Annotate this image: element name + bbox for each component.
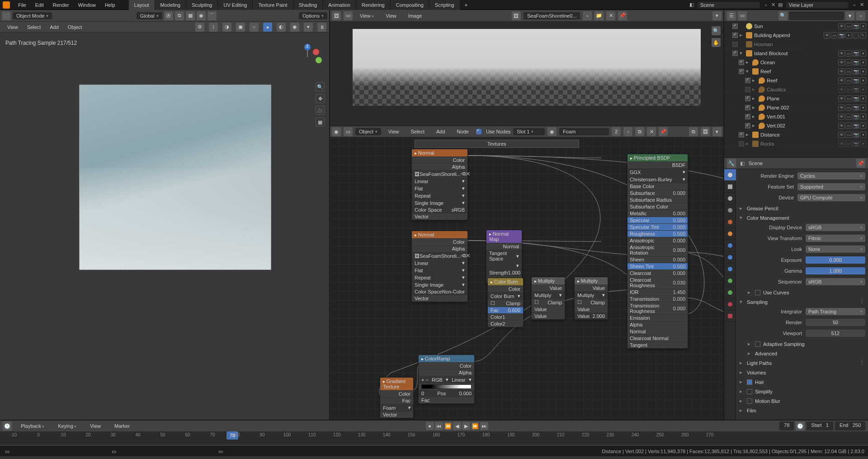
outliner-restrict-icon[interactable]: ▾ <box>860 68 866 75</box>
outliner-row-vert-001[interactable]: ▸Vert.001👁▭📷▾ <box>724 112 868 121</box>
move-view-icon[interactable]: ✥ <box>316 94 325 103</box>
outliner-restrict-icon[interactable]: ✎ <box>860 32 866 38</box>
snap-dropdown[interactable]: ▦ <box>186 11 195 20</box>
image-image-menu[interactable]: Image <box>404 13 427 19</box>
viewlayer-tab[interactable] <box>724 193 736 204</box>
data-tab[interactable] <box>724 287 736 298</box>
motion-blur-section[interactable]: ▸Motion Blur <box>739 396 865 406</box>
outliner-restrict-icon[interactable]: 👁 <box>838 104 844 111</box>
sampling-section[interactable]: ▾Sampling⋮ <box>739 297 865 307</box>
outliner-restrict-icon[interactable]: ▾ <box>860 59 866 66</box>
gamma-field[interactable]: 1.000 <box>806 267 865 274</box>
workspace-tab-rendering[interactable]: Rendering <box>356 0 391 10</box>
outliner-restrict-icon[interactable]: 👁 <box>838 68 844 75</box>
particle-tab[interactable] <box>724 251 736 263</box>
image-unlink-icon[interactable]: ✕ <box>606 11 615 20</box>
outliner-restrict-icon[interactable]: 📷 <box>853 123 859 129</box>
node-normal-map[interactable]: ▸ Normal Map Normal Tangent Space▾ ▾ Str… <box>486 230 522 283</box>
outliner-restrict-icon[interactable]: 👁 <box>838 132 844 138</box>
outliner-restrict-icon[interactable]: ▾ <box>860 50 866 57</box>
play-button[interactable]: ▶ <box>462 422 470 430</box>
display-device-select[interactable]: sRGB <box>806 224 865 231</box>
image-editor-type-dropdown[interactable]: 🖼 <box>332 11 341 20</box>
use-nodes-checkbox[interactable] <box>476 129 481 134</box>
material-users[interactable]: 2 <box>612 127 621 136</box>
mode-select[interactable]: Object Mode <box>13 12 52 19</box>
pause-render-icon[interactable]: ⏸ <box>317 23 326 32</box>
workspace-tab-shading[interactable]: Shading <box>293 0 323 10</box>
shading-wire[interactable]: ○ <box>250 23 259 32</box>
outliner-expand-icon[interactable]: ▸ <box>746 141 750 147</box>
object-tab[interactable] <box>724 228 736 240</box>
uv-pan-icon[interactable]: ✋ <box>712 38 721 47</box>
outliner-checkbox[interactable] <box>745 87 750 92</box>
viewport-menu-object[interactable]: Object <box>63 24 87 30</box>
light-paths-section[interactable]: ▸Light Paths⋮ <box>739 358 865 368</box>
device-select[interactable]: GPU Compute <box>797 194 865 201</box>
color-management-section[interactable]: ▾Color Management <box>739 213 865 222</box>
preview-range-toggle[interactable]: 🕐 <box>796 421 805 431</box>
outliner-expand-icon[interactable]: ▾ <box>740 50 744 56</box>
outliner-expand-icon[interactable]: ▸ <box>752 86 757 92</box>
outliner-restrict-icon[interactable]: 👁 <box>838 95 844 102</box>
outliner-checkbox[interactable] <box>739 69 744 74</box>
outliner-restrict-icon[interactable]: 👁 <box>838 141 844 147</box>
image-pin-icon[interactable]: 📌 <box>618 11 627 20</box>
viewport-menu-add[interactable]: Add <box>45 24 63 30</box>
outliner-expand-icon[interactable]: ▸ <box>752 95 757 101</box>
outliner-restrict-icon[interactable]: ▾ <box>860 104 866 111</box>
node-view-menu[interactable]: View <box>384 129 404 134</box>
outliner-expand-icon[interactable]: ▸ <box>740 32 744 38</box>
feature-set-select[interactable]: Supported <box>797 183 865 190</box>
node-image-texture-2[interactable]: ▸ Normal Color Alpha 🖼SeaFoamShoreli...▫… <box>411 231 468 302</box>
outliner-row-sun[interactable]: Sun👁▭📷▾ <box>724 22 868 31</box>
outliner-restrict-icon[interactable]: ▭ <box>845 141 852 147</box>
header-options[interactable]: Options <box>299 12 327 19</box>
modifier-tab[interactable] <box>724 240 736 251</box>
node-math-multiply-2[interactable]: ▸ Multiply Value Multiply▾ ☐Clamp Value … <box>574 277 608 320</box>
image-mode-dropdown[interactable]: ▭ <box>344 11 353 20</box>
outliner-search-icon[interactable]: 🔍 <box>778 11 788 20</box>
outliner-restrict-icon[interactable]: ▾ <box>845 32 852 38</box>
workspace-tab-layout[interactable]: Layout <box>129 0 155 10</box>
uv-zoom-icon[interactable]: 🔍 <box>712 26 721 35</box>
scene-tab[interactable] <box>724 204 736 216</box>
outliner-restrict-icon[interactable]: ▾ <box>860 132 866 138</box>
outliner-restrict-icon[interactable]: ▾ <box>860 86 866 93</box>
adaptive-sampling-section[interactable]: ▸Adaptive Sampling <box>747 339 865 349</box>
overlay-toggle[interactable]: ◑ <box>222 23 231 32</box>
image-browse-icon[interactable]: 🖼 <box>512 11 521 20</box>
outliner-checkbox[interactable] <box>739 132 744 137</box>
pivot-dropdown[interactable]: ⦿ <box>164 11 173 20</box>
outliner-restrict-icon[interactable]: ▭ <box>845 59 852 66</box>
outliner-restrict-icon[interactable]: ▾ <box>860 23 866 29</box>
node-backdrop-icon[interactable]: 🖼 <box>701 127 710 136</box>
outliner-display-dropdown[interactable]: ▭ <box>738 11 747 20</box>
viewport-samples-field[interactable]: 512 <box>806 330 865 337</box>
perspective-icon[interactable]: ▦ <box>316 118 325 127</box>
volumes-section[interactable]: ▸Volumes <box>739 368 865 377</box>
add-workspace-button[interactable]: + <box>460 2 472 8</box>
workspace-tab-texture-paint[interactable]: Texture Paint <box>253 0 293 10</box>
outliner-restrict-icon[interactable]: ▭ <box>845 23 852 29</box>
outliner-restrict-icon[interactable]: 📷 <box>853 141 859 147</box>
outliner-restrict-icon[interactable]: 👁 <box>838 59 844 66</box>
outliner-row-plane-002[interactable]: ▸Plane.002👁▭📷▾ <box>724 103 868 112</box>
viewlayer-name-field[interactable]: View Layer <box>786 1 849 9</box>
outliner-checkbox[interactable] <box>745 123 750 128</box>
use-curves-section[interactable]: ▸Use Curves <box>747 288 865 297</box>
menu-edit[interactable]: Edit <box>31 2 48 8</box>
menu-help[interactable]: Help <box>100 2 120 8</box>
shading-dropdown[interactable]: ▾ <box>304 23 313 32</box>
node-select-menu[interactable]: Select <box>406 129 429 134</box>
outliner-expand-icon[interactable]: ▸ <box>746 132 750 137</box>
outliner-tree[interactable]: Sun👁▭📷▾▸Building Append👁▭📷▾⬚✎Hooman▾Isla… <box>724 22 868 157</box>
outliner-checkbox[interactable] <box>745 78 750 83</box>
outliner-restrict-icon[interactable]: 📷 <box>838 32 844 38</box>
outliner-restrict-icon[interactable]: 📷 <box>853 86 859 93</box>
outliner-row-island-blockout[interactable]: ▾Island Blockout👁▭📷▾ <box>724 49 868 58</box>
browse-scene-icon[interactable]: ▫ <box>762 1 769 9</box>
workspace-tab-scripting[interactable]: Scripting <box>429 0 460 10</box>
menu-render[interactable]: Render <box>48 2 74 8</box>
outliner-restrict-icon[interactable]: ▭ <box>845 123 852 129</box>
